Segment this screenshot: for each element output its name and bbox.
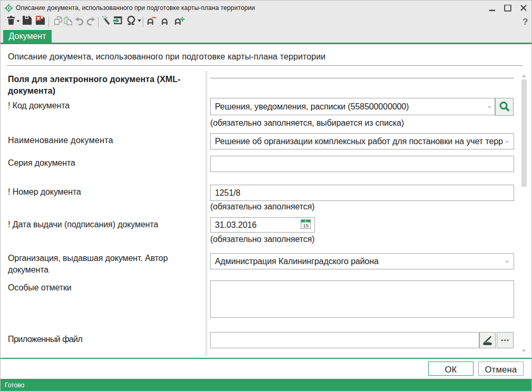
svg-text:15: 15 bbox=[303, 223, 309, 228]
